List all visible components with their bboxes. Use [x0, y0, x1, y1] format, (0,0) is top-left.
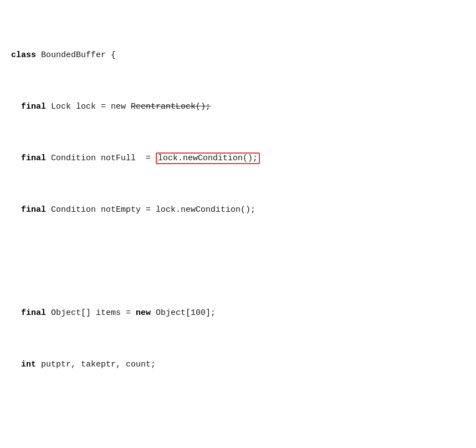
items-keyword: items [96, 308, 121, 318]
line-4: final Condition notEmpty = lock.newCondi… [11, 203, 465, 216]
line-3: final Condition notFull = lock.newCondit… [11, 152, 465, 165]
line-5 [11, 255, 465, 268]
line-6: final Object[] items = new Object[100]; [11, 307, 465, 319]
line-1: class BoundedBuffer { [11, 49, 465, 62]
line-7: int putptr, takeptr, count; [11, 358, 465, 371]
strikethrough-reentrant: ReentrantLock(); [131, 102, 211, 111]
line-2: final Lock lock = new ReentrantLock(); [11, 100, 465, 113]
line-8 [11, 410, 465, 422]
code-container: class BoundedBuffer { final Lock lock = … [11, 10, 465, 448]
kw-class: class [11, 50, 36, 60]
highlight-newcondition-1: lock.newCondition(); [156, 152, 260, 164]
